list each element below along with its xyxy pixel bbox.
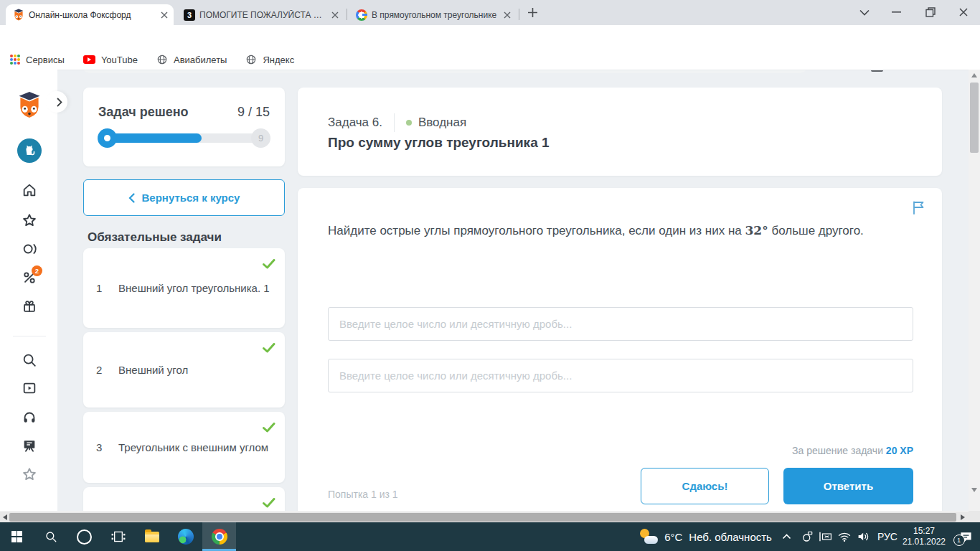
language-indicator[interactable]: РУС xyxy=(874,522,901,551)
back-to-course-button[interactable]: Вернуться к курсу xyxy=(83,179,285,216)
task-number: 3 xyxy=(96,441,118,453)
weather-temp: 6°C xyxy=(664,531,682,543)
bookmark-youtube[interactable]: YouTube xyxy=(83,55,138,65)
bookmark-aviabilety[interactable]: Авиабилеты xyxy=(156,54,227,65)
progress-value: 9 / 15 xyxy=(237,105,270,120)
math-value: 32° xyxy=(745,223,768,237)
tray-touch-keyboard-button[interactable] xyxy=(816,522,835,551)
scrollbar-corner xyxy=(969,511,980,522)
scroll-left-arrow[interactable] xyxy=(3,514,7,520)
chrome-icon xyxy=(212,529,227,545)
tab-close-icon[interactable] xyxy=(161,11,168,19)
cortana-icon xyxy=(77,529,92,545)
give-up-button[interactable]: Сдаюсь! xyxy=(641,468,769,504)
tab-google-search[interactable]: В прямоугольном треугольнике xyxy=(349,4,517,25)
progress-knob[interactable] xyxy=(98,128,117,148)
horizontal-scrollbar[interactable] xyxy=(0,511,969,523)
notification-count-badge: 1 xyxy=(953,534,965,546)
tab-close-icon[interactable] xyxy=(504,11,511,19)
taskbar-clock[interactable]: 15:27 21.01.2022 xyxy=(903,526,946,547)
answer-input-2[interactable] xyxy=(328,359,913,392)
task-list-item-4[interactable] xyxy=(83,487,285,511)
task-title-heading: Про сумму углов треугольника 1 xyxy=(328,135,550,151)
task-list-item-2[interactable]: 2 Внешний угол xyxy=(83,332,285,408)
file-explorer-button[interactable] xyxy=(135,522,169,551)
check-icon xyxy=(263,343,275,353)
browser-toolbar: foxford.ru/lessons/93916/tasks/141530 39 xyxy=(0,25,980,50)
bookmark-servisy[interactable]: Сервисы xyxy=(10,55,65,65)
gift-icon[interactable] xyxy=(22,298,37,314)
task-number: 2 xyxy=(96,364,118,376)
tab-title: В прямоугольном треугольнике xyxy=(372,10,499,20)
check-icon xyxy=(263,423,275,433)
foxford-favicon-icon xyxy=(13,9,24,21)
whiteboard-icon[interactable] xyxy=(22,438,37,453)
headphones-icon[interactable] xyxy=(22,409,37,425)
foxford-logo-icon[interactable] xyxy=(17,91,42,118)
favorites-star-icon[interactable] xyxy=(22,466,37,482)
globe-icon xyxy=(245,54,257,65)
tray-expand-button[interactable] xyxy=(776,522,798,551)
edge-button[interactable] xyxy=(169,522,202,551)
scroll-right-arrow[interactable] xyxy=(961,514,965,520)
discount-badge: 2 xyxy=(32,265,42,276)
action-center-button[interactable]: 1 xyxy=(951,522,980,551)
task-list-item-3[interactable]: 3 Треугольник с внешним углом xyxy=(83,412,285,483)
task-title: Треугольник с внешним углом xyxy=(118,441,268,453)
user-avatar[interactable] xyxy=(17,138,42,163)
bookmark-yandex[interactable]: Яндекс xyxy=(245,54,294,65)
window-minimize-button[interactable] xyxy=(892,11,901,13)
task-body-card: Найдите острые углы прямоугольного треуг… xyxy=(298,188,942,511)
star-icon[interactable] xyxy=(22,212,37,228)
bookmark-label: Яндекс xyxy=(263,55,294,65)
new-tab-button[interactable] xyxy=(527,7,538,18)
sidebar-expand-button[interactable] xyxy=(46,91,67,113)
home-icon[interactable] xyxy=(22,182,37,198)
tray-wifi-button[interactable] xyxy=(835,522,854,551)
horizontal-scroll-thumb[interactable] xyxy=(9,513,956,522)
task-title: Внешний угол xyxy=(118,364,188,376)
task-title: Внешний угол треугольника. 1 xyxy=(118,282,270,294)
page-content: 2 Задач решено 9 / 15 9 xyxy=(0,70,969,511)
search-icon xyxy=(44,530,57,543)
tab-pomogite[interactable]: 3 ПОМОГИТЕ ПОЖАЛУЙСТА ПРО xyxy=(176,4,344,25)
bookmark-label: Сервисы xyxy=(26,55,65,65)
back-to-course-label: Вернуться к курсу xyxy=(142,192,240,204)
screen: Онлайн-школа Фоксфорд 3 ПОМОГИТЕ ПОЖАЛУЙ… xyxy=(0,0,980,551)
tab-close-icon[interactable] xyxy=(331,11,339,19)
window-close-button[interactable] xyxy=(959,8,968,17)
task-number: 1 xyxy=(96,282,118,294)
task-view-button[interactable] xyxy=(101,522,135,551)
tray-volume-button[interactable] xyxy=(854,522,874,551)
task-category: Вводная xyxy=(418,116,466,130)
tab-title: Онлайн-школа Фоксфорд xyxy=(29,10,156,20)
task-header-card: Задача 6. Вводная Про сумму углов треуго… xyxy=(298,88,942,176)
scroll-up-arrow[interactable] xyxy=(971,73,977,77)
tab-foxford[interactable]: Онлайн-школа Фоксфорд xyxy=(6,4,174,25)
search-icon[interactable] xyxy=(22,352,37,368)
taskbar-search-button[interactable] xyxy=(34,522,67,551)
cortana-button[interactable] xyxy=(67,522,101,551)
vertical-scrollbar[interactable] xyxy=(969,70,980,511)
progress-title: Задач решено xyxy=(98,105,189,120)
video-lessons-icon[interactable] xyxy=(22,380,37,396)
task-list-item-1[interactable]: 1 Внешний угол треугольника. 1 xyxy=(83,248,285,328)
task-view-icon xyxy=(111,530,126,543)
scroll-down-arrow[interactable] xyxy=(971,488,977,492)
windows-taskbar: 6°C Неб. облачность xyxy=(0,522,980,551)
globe-icon xyxy=(156,54,168,65)
answer-submit-button[interactable]: Ответить xyxy=(783,468,913,504)
tray-meet-now-button[interactable] xyxy=(798,522,816,551)
windows-logo-icon xyxy=(11,531,23,542)
weather-widget[interactable]: 6°C Неб. облачность xyxy=(639,528,772,545)
flag-report-icon[interactable] xyxy=(913,201,925,215)
start-button[interactable] xyxy=(0,522,34,551)
chrome-button[interactable] xyxy=(202,522,236,551)
check-icon xyxy=(263,259,275,269)
tab-search-chevron-icon[interactable] xyxy=(859,9,870,16)
meet-now-icon xyxy=(801,530,814,543)
answer-input-1[interactable] xyxy=(328,307,913,341)
window-restore-button[interactable] xyxy=(925,7,936,17)
webinar-icon[interactable] xyxy=(22,241,37,257)
vertical-scroll-thumb[interactable] xyxy=(970,83,979,153)
